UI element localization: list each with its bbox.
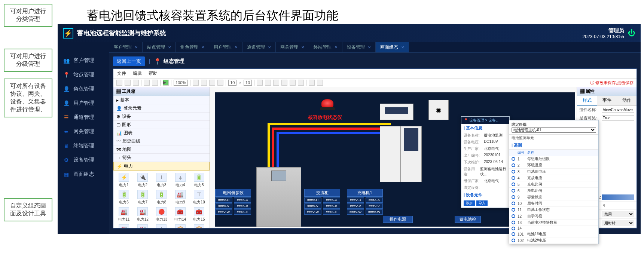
tb-undo-icon[interactable] xyxy=(144,80,150,86)
tab-1[interactable]: 站点管理✕ xyxy=(143,42,176,52)
sidebar-item-8[interactable]: ▦画面组态 xyxy=(58,167,109,181)
toolbox-item-13[interactable]: 🧰电力14 xyxy=(171,206,189,223)
import-button[interactable]: 导入 xyxy=(476,200,488,206)
toolbox-cat-8[interactable]: ⚡电力 xyxy=(113,162,210,171)
tab-4[interactable]: 通道管理✕ xyxy=(242,42,276,52)
sidebar-item-5[interactable]: ⬌网关管理 xyxy=(58,125,109,139)
add-button[interactable]: 添加 xyxy=(464,200,475,206)
radio-icon[interactable] xyxy=(512,202,515,205)
save-hint[interactable]: ⓘ 修改未保存,点击保存 xyxy=(590,80,634,86)
radio-icon[interactable] xyxy=(512,182,515,186)
toolbox-cat-3[interactable]: ▢图形 xyxy=(113,121,210,129)
toolbox-item-16[interactable]: 🏭电力17 xyxy=(134,224,152,228)
device-rack-2[interactable] xyxy=(380,126,401,182)
grid-w[interactable]: 10 xyxy=(228,80,236,86)
power-icon[interactable]: ⏻ xyxy=(628,29,635,37)
tab-0[interactable]: 客户管理✕ xyxy=(109,42,143,52)
toolbox-item-3[interactable]: ⏚电力4 xyxy=(171,172,189,188)
outline-width-input[interactable] xyxy=(602,203,634,208)
direction-select[interactable]: 顺时针 xyxy=(602,220,634,226)
radio-icon[interactable] xyxy=(512,208,515,212)
telemetry-row[interactable]: 3电池组电压 xyxy=(509,169,598,175)
device-switch-1[interactable]: ◉ xyxy=(428,100,449,120)
toolbox-item-6[interactable]: 🔋电力7 xyxy=(134,189,152,206)
toolbox-item-2[interactable]: ⊥电力3 xyxy=(152,172,170,188)
tab-close-icon[interactable]: ✕ xyxy=(335,45,338,49)
telemetry-row[interactable]: 4充放电流 xyxy=(509,175,598,181)
radio-icon[interactable] xyxy=(512,170,515,174)
toolbox-cat-5[interactable]: 〰历史曲线 xyxy=(113,137,210,145)
toolbox-cat-0[interactable]: ▸基本 xyxy=(113,96,210,104)
telemetry-row[interactable]: 13当前电池模块数量 xyxy=(509,220,598,226)
back-button[interactable]: 返回上一页 xyxy=(113,56,145,66)
telemetry-row[interactable]: 1每组电池组数 xyxy=(509,156,598,162)
tab-close-icon[interactable]: ✕ xyxy=(301,45,304,49)
toolbox-item-1[interactable]: 🔌电力2 xyxy=(134,172,152,188)
radio-icon[interactable] xyxy=(512,195,515,199)
toolbox-cat-2[interactable]: ⚙设备 xyxy=(113,113,210,121)
tab-close-icon[interactable]: ✕ xyxy=(168,45,171,49)
toolbox-cat-6[interactable]: 🗺地图 xyxy=(113,145,210,154)
tb-cut-icon[interactable] xyxy=(193,80,199,86)
tb-align-right-icon[interactable] xyxy=(273,80,279,86)
tab-close-icon[interactable]: ✕ xyxy=(235,45,238,49)
sidebar-item-3[interactable]: 👤用户管理 xyxy=(58,96,109,110)
tb-unlock-icon[interactable] xyxy=(317,80,323,86)
tb-align-middle-icon[interactable] xyxy=(290,80,296,86)
sidebar-item-4[interactable]: ☰通道管理 xyxy=(58,110,109,125)
tb-redo-icon[interactable] xyxy=(152,80,158,86)
radio-icon[interactable] xyxy=(512,157,515,161)
telemetry-row[interactable]: 5充电比例 xyxy=(509,181,598,188)
prop-name-input[interactable] xyxy=(602,107,634,113)
toolbox-item-17[interactable]: ⚠电力18 xyxy=(152,224,170,228)
sidebar-item-0[interactable]: 👥客户管理 xyxy=(58,53,109,68)
telemetry-row[interactable]: 14 xyxy=(509,226,598,231)
tb-align-left-icon[interactable] xyxy=(257,80,263,86)
radio-icon[interactable] xyxy=(512,163,515,167)
toolbox-item-7[interactable]: 🔋电力8 xyxy=(152,189,170,206)
op-power-label[interactable]: 操作电源 xyxy=(383,216,413,223)
sidebar-item-7[interactable]: ⚙设备管理 xyxy=(58,153,109,167)
flow-cond-select[interactable]: 禁用 xyxy=(602,211,634,217)
toolbox-cat-1[interactable]: 👤登录元素 xyxy=(113,104,210,113)
main-cabinet[interactable] xyxy=(256,167,301,227)
grid-h[interactable]: 10 xyxy=(244,80,252,86)
toolbox-item-12[interactable]: 🔴电力13 xyxy=(152,206,170,223)
tb-new-icon[interactable] xyxy=(116,80,122,86)
tab-6[interactable]: 终端管理✕ xyxy=(309,42,342,52)
toolbox-item-8[interactable]: 🏭电力9 xyxy=(171,189,189,206)
menu-edit[interactable]: 编辑 xyxy=(133,70,142,77)
tab-7[interactable]: 设备管理✕ xyxy=(342,42,376,52)
prop-tab-event[interactable]: 事件 xyxy=(597,96,617,105)
tb-save-icon[interactable] xyxy=(133,80,139,86)
telemetry-row[interactable]: 9容量状态 xyxy=(509,194,598,200)
tb-lock-icon[interactable] xyxy=(309,80,315,86)
tab-close-icon[interactable]: ✕ xyxy=(268,45,271,49)
telemetry-row[interactable]: 11电池工作状态 xyxy=(509,207,598,213)
tab-5[interactable]: 网关管理✕ xyxy=(276,42,309,52)
tb-copy-icon[interactable] xyxy=(201,80,207,86)
tab-8[interactable]: 画面组态✕ xyxy=(376,42,409,52)
toolbox-item-11[interactable]: 🏭电力12 xyxy=(134,206,152,223)
line-bg-swatch[interactable] xyxy=(602,194,634,200)
radio-icon[interactable] xyxy=(512,176,515,180)
tab-close-icon[interactable]: ✕ xyxy=(401,45,404,49)
toolbox-item-19[interactable]: 📦电力20 xyxy=(190,224,208,228)
bind-terminal-select[interactable]: 电池管理主机-01 xyxy=(512,127,596,133)
telemetry-row[interactable]: 12自学习模 xyxy=(509,213,598,220)
telemetry-row[interactable]: 10后备时间 xyxy=(509,200,598,207)
telemetry-row[interactable]: 102电池2#电压 xyxy=(509,237,598,244)
prop-tab-style[interactable]: 样式 xyxy=(577,96,597,105)
alarm-light-icon[interactable] xyxy=(320,99,335,113)
device-rack-3[interactable] xyxy=(401,126,422,182)
batt-det-label[interactable]: 蓄电池检 xyxy=(455,216,481,223)
tab-close-icon[interactable]: ✕ xyxy=(201,45,204,49)
toolbox-item-18[interactable]: 📦电力19 xyxy=(171,224,189,228)
zoom-level[interactable]: 100% xyxy=(174,80,188,86)
telemetry-row[interactable]: 2环境温度 xyxy=(509,162,598,169)
toolbox-item-4[interactable]: 🔋电力5 xyxy=(190,172,208,188)
pipe-red[interactable] xyxy=(272,128,396,130)
radio-icon[interactable] xyxy=(512,239,515,242)
radio-icon[interactable] xyxy=(512,214,515,218)
toolbox-item-14[interactable]: 🧰电力15 xyxy=(190,206,208,223)
